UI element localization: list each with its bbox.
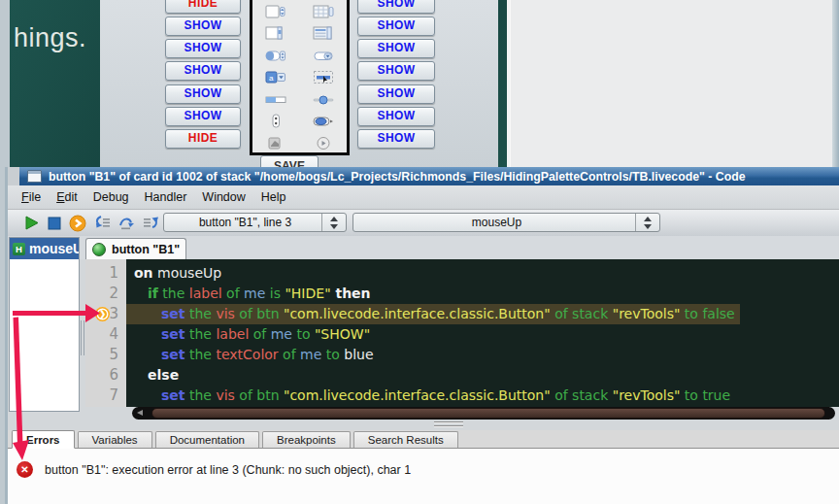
bottom-tab-bar: ErrorsVariablesDocumentationBreakpointsS…: [8, 430, 839, 449]
tools-palette-grid: a: [252, 0, 347, 152]
menu-file[interactable]: File: [14, 185, 49, 209]
applied-status-icon: [92, 243, 106, 256]
scroll-left-arrow-icon[interactable]: [137, 410, 143, 416]
left-toggle-button-3[interactable]: SHOW: [165, 39, 241, 58]
right-toggle-button-7[interactable]: SHOW: [357, 129, 435, 149]
oval-btn-tool-icon[interactable]: [300, 111, 348, 133]
scroll-field-tool-icon[interactable]: [252, 23, 300, 46]
spin-field-tool-icon[interactable]: [252, 1, 300, 23]
menu-bar: FileEditDebugHandlerWindowHelp: [8, 185, 839, 210]
breakpoint-current-line-icon[interactable]: ❯: [95, 307, 110, 321]
image-area-tool-icon[interactable]: [300, 67, 348, 89]
code-line-7[interactable]: set the vis of btn "com.livecode.interfa…: [126, 386, 839, 406]
left-toggle-button-6[interactable]: SHOW: [165, 107, 241, 126]
scroll-list-tool-icon[interactable]: [300, 23, 348, 46]
right-toggle-button-column: SHOWSHOWSHOWSHOWSHOWSHOWSHOW: [357, 0, 435, 167]
script-location-value: button "B1", line 3: [170, 214, 320, 232]
left-toggle-button-1[interactable]: HIDE: [165, 0, 241, 14]
scrollbar-thumb[interactable]: [151, 408, 825, 419]
errors-panel: ✕ button "B1": execution error at line 3…: [8, 449, 839, 504]
tab-breakpoints[interactable]: Breakpoints: [262, 431, 351, 448]
screen: hings. HIDESHOWSHOWSHOWSHOWSHOWHIDE SHOW…: [0, 0, 839, 504]
slider-tool-icon[interactable]: [300, 88, 348, 111]
svg-text:a: a: [269, 74, 274, 83]
left-toggle-button-column: HIDESHOWSHOWSHOWSHOWSHOWHIDE: [165, 0, 241, 167]
tools-palette-window: a: [250, 0, 350, 155]
gutter-line-number[interactable]: 4: [85, 324, 126, 345]
gutter-line-number[interactable]: 5: [85, 345, 126, 365]
tab-errors[interactable]: Errors: [12, 430, 75, 449]
script-tab-bar: button "B1": [8, 236, 839, 259]
gutter-line-number[interactable]: 7: [85, 386, 126, 406]
step-into-button[interactable]: [93, 215, 111, 231]
code-line-6[interactable]: else: [126, 365, 839, 386]
script-tab-label: button "B1": [112, 243, 180, 256]
run-script-button[interactable]: [23, 215, 40, 231]
handler-dropdown-value: mouseUp: [359, 214, 634, 232]
stop-script-button[interactable]: [47, 216, 62, 231]
error-list-item[interactable]: ✕ button "B1": execution error at line 3…: [17, 461, 411, 478]
capsule-spin-tool-icon[interactable]: [252, 45, 300, 67]
script-location-dropdown[interactable]: button "B1", line 3: [163, 213, 347, 232]
v-spin-tool-icon[interactable]: [252, 111, 300, 133]
graphic-tool-icon[interactable]: [252, 132, 300, 154]
script-tab[interactable]: button "B1": [85, 238, 186, 259]
step-over-button[interactable]: [117, 215, 135, 231]
progress-tool-icon[interactable]: [252, 88, 300, 111]
handler-type-icon: H: [13, 243, 25, 255]
menu-window[interactable]: Window: [194, 185, 252, 209]
line-number-gutter[interactable]: ❯ 1234567: [85, 259, 126, 407]
right-toggle-button-4[interactable]: SHOW: [357, 61, 435, 81]
gutter-line-number[interactable]: 2: [85, 284, 126, 304]
right-toggle-button-1[interactable]: SHOW: [357, 0, 435, 14]
spinner-arrows-icon[interactable]: [321, 214, 346, 231]
error-message: button "B1": execution error at line 3 (…: [45, 463, 411, 477]
menu-handler[interactable]: Handler: [137, 185, 195, 209]
left-toggle-button-5[interactable]: SHOW: [165, 84, 241, 104]
left-toggle-button-2[interactable]: SHOW: [165, 17, 241, 36]
horizontal-scrollbar[interactable]: [132, 407, 835, 420]
window-icon: [27, 170, 42, 183]
gutter-line-number[interactable]: 1: [85, 263, 126, 284]
continue-button[interactable]: [69, 215, 86, 232]
tab-search-results[interactable]: Search Results: [353, 431, 458, 448]
combo-tool-icon[interactable]: a: [252, 67, 300, 89]
error-icon: ✕: [17, 461, 33, 478]
code-line-2[interactable]: if the label of me is "HIDE" then: [126, 284, 839, 304]
player-tool-icon[interactable]: [300, 132, 348, 154]
toolbar: button "B1", line 3 mouseUp: [8, 210, 839, 237]
table-tool-icon[interactable]: [300, 1, 348, 23]
spinner-arrows-icon[interactable]: [635, 214, 659, 231]
step-out-button[interactable]: [142, 215, 159, 231]
tab-documentation[interactable]: Documentation: [155, 431, 259, 448]
script-code-area[interactable]: on mouseUpif the label of me is "HIDE" t…: [126, 259, 839, 407]
menu-debug[interactable]: Debug: [85, 185, 137, 209]
code-line-5[interactable]: set the textColor of me to blue: [126, 345, 839, 365]
window-titlebar[interactable]: button "B1" of card id 1002 of stack "/h…: [19, 167, 839, 186]
handler-list-panel: H mouseUp: [9, 237, 80, 412]
right-toggle-button-5[interactable]: SHOW: [357, 84, 435, 104]
code-line-3[interactable]: set the vis of btn "com.livecode.interfa…: [126, 304, 839, 324]
titlebar-notch: [8, 167, 19, 185]
capsule-drop-tool-icon[interactable]: [300, 45, 348, 67]
screen-right-edge: [832, 0, 839, 167]
tab-variables[interactable]: Variables: [78, 431, 152, 448]
handler-name: mouseUp: [29, 241, 79, 256]
menu-edit[interactable]: Edit: [49, 185, 85, 209]
handler-list-item[interactable]: H mouseUp: [10, 238, 79, 259]
handler-dropdown[interactable]: mouseUp: [352, 213, 660, 232]
right-toggle-button-6[interactable]: SHOW: [357, 107, 435, 126]
code-line-4[interactable]: set the label of me to "SHOW": [126, 324, 839, 345]
window-title: button "B1" of card id 1002 of stack "/h…: [49, 170, 746, 184]
toolbar-buttons: [23, 210, 159, 236]
gutter-line-number[interactable]: 6: [85, 365, 126, 386]
left-toggle-button-7[interactable]: HIDE: [165, 129, 241, 149]
script-editor-window: button "B1" of card id 1002 of stack "/h…: [5, 167, 839, 504]
left-toggle-button-4[interactable]: SHOW: [165, 61, 241, 81]
right-toggle-button-2[interactable]: SHOW: [357, 17, 435, 36]
splitter-resize-grip[interactable]: [434, 421, 463, 428]
code-line-1[interactable]: on mouseUp: [126, 263, 839, 284]
right-toggle-button-3[interactable]: SHOW: [357, 39, 435, 58]
menu-help[interactable]: Help: [253, 185, 294, 209]
empty-right-window: [510, 0, 833, 167]
